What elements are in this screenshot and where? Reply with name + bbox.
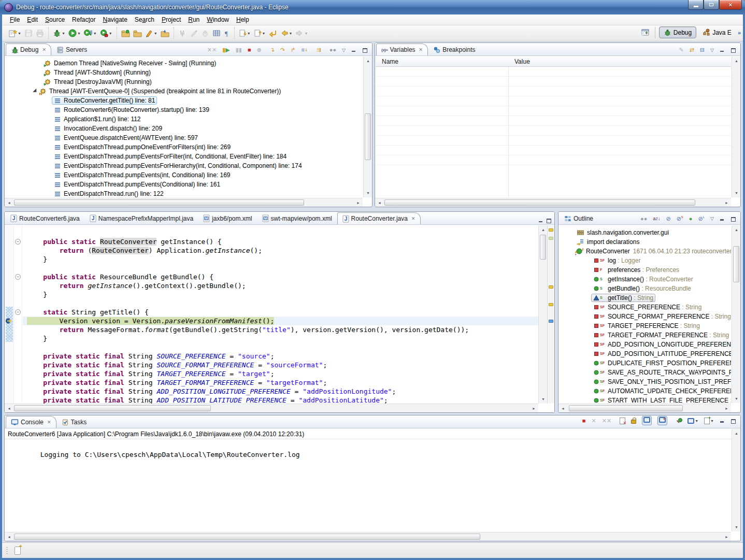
open-type-button[interactable] [120,28,131,38]
last-edit-location-button[interactable] [268,28,278,38]
outline-item[interactable]: SFSTART_WITH_LAST_FILE_PREFERENCE : Stri… [559,396,731,403]
editor-minimize-button[interactable] [538,218,543,223]
debug-horizontal-scrollbar[interactable]: ◄► [5,198,363,207]
next-annotation-button[interactable]: ▼ [238,28,252,38]
back-button[interactable]: ▼ [279,28,294,38]
code-line[interactable]: return MessageFormat.format(getBundle().… [23,325,538,334]
console-display-console-button[interactable]: ▼ [686,417,699,425]
menu-help[interactable]: Help [233,15,253,24]
console-minimize-button[interactable] [719,418,726,424]
outline-item[interactable]: SFSOURCE_FORMAT_PREFERENCE : String [559,312,731,321]
debug-disconnect-button[interactable]: ⊗ [256,46,263,54]
code-line[interactable]: static String getTitle() { [23,308,538,317]
outline-item[interactable]: SFlog : Logger [559,256,731,265]
forward-button[interactable]: ▼ [294,28,309,38]
menu-source[interactable]: Source [41,15,68,24]
variables-maximize-button[interactable] [729,47,737,53]
record-button[interactable] [200,28,210,38]
debug-tree-row[interactable]: EventDispatchThread.pumpEvents(int, Cond… [5,170,363,180]
debug-tree-row[interactable]: Daemon Thread [NativeSwing Receiver - Sw… [5,59,363,68]
code-line[interactable]: private static final String TARGET_PREFE… [23,369,538,378]
outline-sort-button[interactable]: az↓ [652,216,661,222]
outline-link-with-editor-button[interactable]: ●● [639,215,648,223]
fold-collapse-icon[interactable]: − [15,239,21,245]
editor-overview-ruler[interactable] [547,225,554,404]
variables-vertical-scrollbar[interactable]: ▲▼ [732,56,740,197]
outline-minimize-button[interactable] [719,216,726,222]
outline-item[interactable]: SFSAVE_ONLY_THIS_POSITION_LIST_PREFERENC… [559,377,731,386]
menu-refactor[interactable]: Refactor [68,15,99,24]
code-line[interactable] [23,264,538,272]
run-button[interactable]: ▼ [67,28,82,38]
outline-vertical-scrollbar[interactable]: ▲▼ [732,225,740,403]
outline-item[interactable]: SFTARGET_PREFERENCE : String [559,321,731,331]
editor-tab-routeconverter6-java[interactable]: JRouteConverter6.java [6,212,84,224]
console-clear-console-button[interactable]: ✕ [619,417,626,425]
code-line[interactable]: private static final String TARGET_FORMA… [23,378,538,387]
variables-show-logical-structure-button[interactable]: ⇄ [689,46,695,54]
overview-marker-occurrence2[interactable] [549,285,553,289]
variables-minimize-button[interactable] [719,47,726,53]
debug-view-menu-button[interactable]: ▽ [341,47,347,54]
debug-tree-row[interactable]: Thread [AWT-EventQueue-0] (Suspended (br… [5,87,363,96]
debug-suspend-button[interactable]: ▮▮ [235,46,243,54]
outline-item[interactable]: import declarations [559,237,731,247]
editor-maximize-button[interactable] [546,218,551,223]
debug-vertical-scrollbar[interactable]: ▲▼ [363,56,372,197]
outline-item[interactable]: SFAUTOMATIC_UPDATE_CHECK_PREFERENCE : St… [559,386,731,396]
code-line[interactable]: } [23,334,538,343]
debug-maximize-button[interactable] [361,47,368,53]
outline-item[interactable]: Fpreferences : Preferences [559,265,731,275]
debug-use-step-filters-button[interactable]: ⇉ [316,46,322,54]
debug-step-into-button[interactable]: ↴ [269,46,276,54]
debug-tree-row[interactable]: EventDispatchThread.pumpEventsForHierarc… [5,161,363,170]
close-window-button[interactable]: ✕ [719,0,742,10]
close-tab-icon[interactable]: ✕ [47,420,51,425]
debug-perspective-button[interactable]: Debug [659,26,696,38]
code-line[interactable] [23,228,538,237]
debug-view-management-button[interactable]: ●● [328,46,337,54]
overview-marker-current-line[interactable] [549,237,553,240]
debug-tree-row[interactable]: EventDispatchThread.run() line: 122 [5,189,363,197]
code-line[interactable]: return getInstance().getContext().getBun… [23,281,538,290]
debug-remove-all-terminated-button[interactable]: ✕✕ [206,46,218,54]
debug-tree-row[interactable]: Thread [AWT-Shutdown] (Running) [5,68,363,77]
fold-collapse-icon[interactable]: − [15,309,21,315]
outline-maximize-button[interactable] [729,216,737,222]
outline-item[interactable]: SgetBundle() : ResourceBundle [559,284,731,293]
debug-tree-row[interactable]: Thread [DestroyJavaVM] (Running) [5,77,363,87]
launch-progress-icon[interactable] [15,547,21,555]
variables-tab-variables[interactable]: (x)=Variables✕ [376,44,428,55]
console-remove-all-launches-button[interactable]: ✕✕ [601,417,612,425]
console-tab-console[interactable]: Console✕ [6,416,56,428]
debug-tree-row[interactable]: RouteConverter.getTitle() line: 81 [5,96,363,105]
editor-vertical-scrollbar[interactable]: ▲▼ [538,225,547,404]
menu-run[interactable]: Run [184,15,203,24]
overview-marker-occurrence3[interactable] [549,303,553,306]
outline-item[interactable]: SgetTitle() : String [559,293,731,303]
code-line[interactable]: return (RouteConverter) Application.getI… [23,246,538,255]
editor-tab-jaxb6-pom-xml[interactable]: Mjaxb6/pom.xml [198,212,256,224]
menu-project[interactable]: Project [158,15,184,24]
menu-edit[interactable]: Edit [23,15,41,24]
debug-minimize-button[interactable] [350,47,357,53]
debug-tab-debug[interactable]: Debug✕ [6,44,51,55]
variables-tab-breakpoints[interactable]: Breakpoints [428,44,480,55]
outline-hide-static-button[interactable]: ⊘S [676,214,684,223]
debug-drop-to-frame-button[interactable]: ≡⇓ [300,46,309,54]
outline-item[interactable]: SFSAVE_AS_ROUTE_TRACK_WAYPOINTS_PREFEREN… [559,368,731,377]
code-line[interactable] [23,343,538,352]
editor-tab-routeconverter-java[interactable]: JRouteConverter.java✕ [337,212,421,224]
code-line[interactable]: public static ResourceBundle getBundle()… [23,272,538,281]
debug-tree-row[interactable]: InvocationEvent.dispatch() line: 209 [5,124,363,133]
console-scroll-lock-button[interactable] [630,417,637,425]
column-name[interactable]: Name [376,58,508,65]
menu-file[interactable]: File [6,15,23,24]
debug-tree-row[interactable]: Application$1.run() line: 112 [5,114,363,124]
overview-marker-occurrence[interactable] [549,228,553,232]
console-horizontal-scrollbar[interactable]: ◄► [5,532,731,541]
debug-tab-servers[interactable]: Servers [52,44,92,55]
javaee-perspective-button[interactable]: Java E [698,27,736,38]
external-tools-button[interactable]: ▼ [99,28,113,38]
console-output[interactable]: Logging to C:\Users\cpesch\AppData\Local… [5,440,732,532]
